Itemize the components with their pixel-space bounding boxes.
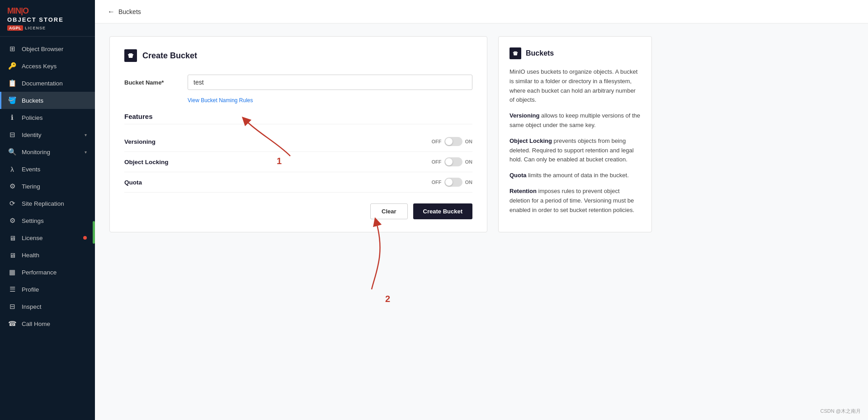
info-paragraph-1: MinIO uses buckets to organize objects. … bbox=[509, 67, 641, 105]
object-locking-toggle-group: OFF ON bbox=[432, 157, 473, 166]
sidebar-item-policies[interactable]: ℹ Policies bbox=[0, 109, 95, 126]
settings-icon: ⚙ bbox=[8, 217, 16, 225]
features-title: Features bbox=[124, 113, 472, 124]
bucket-title-icon bbox=[124, 49, 137, 62]
logo-line1: OBJECT STORE bbox=[7, 17, 88, 23]
buckets-icon: 🪣 bbox=[8, 96, 16, 104]
content-area: Create Bucket Bucket Name* View Bucket N… bbox=[95, 24, 868, 420]
watermark: CSDN @木之南月 bbox=[821, 408, 861, 415]
policies-label: Policies bbox=[22, 114, 87, 121]
form-title: Create Bucket bbox=[142, 51, 197, 61]
identity-label: Identity bbox=[22, 132, 79, 138]
info-paragraph-3: Object Locking prevents objects from bei… bbox=[509, 137, 641, 165]
feature-row-versioning: Versioning OFF ON bbox=[124, 132, 472, 152]
performance-label: Performance bbox=[22, 269, 87, 276]
sidebar-item-inspect[interactable]: ⊟ Inspect bbox=[0, 298, 95, 315]
license-badge-text: LICENSE bbox=[25, 26, 46, 30]
topbar: ← Buckets bbox=[95, 0, 868, 24]
access-keys-icon: 🔑 bbox=[8, 62, 16, 70]
sidebar-item-access-keys[interactable]: 🔑 Access Keys bbox=[0, 57, 95, 75]
monitoring-label: Monitoring bbox=[22, 149, 79, 156]
sidebar-item-events[interactable]: λ Events bbox=[0, 160, 95, 178]
sidebar-item-call-home[interactable]: ☎ Call Home bbox=[0, 315, 95, 332]
feature-row-quota: Quota OFF ON bbox=[124, 172, 472, 193]
back-arrow-icon: ← bbox=[108, 8, 115, 16]
identity-expand-icon: ▾ bbox=[85, 132, 87, 137]
object-locking-toggle[interactable] bbox=[444, 157, 462, 166]
documentation-label: Documentation bbox=[22, 80, 87, 87]
call-home-icon: ☎ bbox=[8, 320, 16, 328]
versioning-toggle[interactable] bbox=[444, 137, 462, 146]
bucket-name-row: Bucket Name* bbox=[124, 75, 472, 90]
object-locking-off-label: OFF bbox=[432, 159, 442, 165]
documentation-icon: 📋 bbox=[8, 79, 16, 87]
info-panel-title: Buckets bbox=[509, 47, 641, 59]
breadcrumb-back[interactable]: ← Buckets bbox=[108, 8, 141, 16]
sidebar-item-monitoring[interactable]: 🔍 Monitoring ▾ bbox=[0, 143, 95, 160]
bucket-name-input[interactable] bbox=[188, 75, 472, 90]
policies-icon: ℹ bbox=[8, 113, 16, 122]
site-replication-label: Site Replication bbox=[22, 200, 87, 207]
form-section: Create Bucket Bucket Name* View Bucket N… bbox=[109, 36, 652, 232]
button-row: Clear Create Bucket bbox=[124, 203, 472, 219]
performance-icon: ▦ bbox=[8, 268, 16, 276]
call-home-label: Call Home bbox=[22, 321, 87, 327]
feature-row-object-locking: Object Locking OFF ON bbox=[124, 152, 472, 172]
main-content: ← Buckets Create Bucket Bucket Name* bbox=[95, 0, 868, 420]
events-label: Events bbox=[22, 166, 87, 173]
bucket-info-icon bbox=[509, 47, 521, 59]
sidebar-item-tiering[interactable]: ⚙ Tiering bbox=[0, 178, 95, 195]
sidebar-item-site-replication[interactable]: ⟳ Site Replication bbox=[0, 195, 95, 212]
health-icon: 🖥 bbox=[8, 251, 16, 259]
sidebar-item-buckets[interactable]: 🪣 Buckets bbox=[0, 92, 95, 109]
info-paragraph-4: Quota limits the amount of data in the b… bbox=[509, 171, 641, 180]
sidebar-item-health[interactable]: 🖥 Health bbox=[0, 246, 95, 264]
tiering-label: Tiering bbox=[22, 183, 87, 190]
health-label: Health bbox=[22, 252, 87, 259]
sidebar-item-performance[interactable]: ▦ Performance bbox=[0, 264, 95, 281]
settings-label: Settings bbox=[22, 217, 87, 224]
form-card: Create Bucket Bucket Name* View Bucket N… bbox=[109, 36, 487, 232]
object-browser-icon: ⊞ bbox=[8, 45, 16, 53]
versioning-label: Versioning bbox=[124, 138, 432, 145]
monitoring-icon: 🔍 bbox=[8, 148, 16, 156]
sidebar-item-profile[interactable]: ☰ Profile bbox=[0, 281, 95, 298]
events-icon: λ bbox=[8, 165, 16, 173]
quota-toggle-group: OFF ON bbox=[432, 178, 473, 187]
sidebar-scrollbar bbox=[93, 221, 95, 244]
create-bucket-button[interactable]: Create Bucket bbox=[413, 203, 472, 219]
versioning-knob bbox=[445, 138, 453, 145]
quota-on-label: ON bbox=[465, 179, 473, 185]
sidebar-item-documentation[interactable]: 📋 Documentation bbox=[0, 75, 95, 92]
sidebar-item-license[interactable]: 🖥 License bbox=[0, 229, 95, 246]
naming-rules-link[interactable]: View Bucket Naming Rules bbox=[188, 97, 472, 104]
breadcrumb-label: Buckets bbox=[118, 8, 141, 15]
inspect-icon: ⊟ bbox=[8, 302, 16, 311]
versioning-off-label: OFF bbox=[432, 139, 442, 144]
svg-rect-0 bbox=[128, 54, 133, 55]
sidebar-item-identity[interactable]: ⊟ Identity ▾ bbox=[0, 126, 95, 143]
info-paragraph-5: Retention imposes rules to prevent objec… bbox=[509, 187, 641, 215]
sidebar-item-settings[interactable]: ⚙ Settings bbox=[0, 212, 95, 229]
inspect-label: Inspect bbox=[22, 303, 87, 310]
quota-toggle[interactable] bbox=[444, 178, 462, 187]
svg-rect-2 bbox=[513, 52, 518, 53]
form-card-title: Create Bucket bbox=[124, 49, 472, 62]
sidebar: MIN|O OBJECT STORE AGPL LICENSE ⊞ Object… bbox=[0, 0, 95, 420]
license-label: License bbox=[22, 235, 76, 241]
quota-off-label: OFF bbox=[432, 179, 442, 185]
info-panel: Buckets MinIO uses buckets to organize o… bbox=[498, 36, 652, 232]
profile-label: Profile bbox=[22, 286, 87, 293]
clear-button[interactable]: Clear bbox=[370, 203, 408, 219]
object-browser-label: Object Browser bbox=[22, 46, 87, 52]
versioning-on-label: ON bbox=[465, 139, 473, 144]
sidebar-logo: MIN|O OBJECT STORE AGPL LICENSE bbox=[0, 0, 95, 37]
object-locking-label: Object Locking bbox=[124, 159, 432, 165]
object-locking-on-label: ON bbox=[465, 159, 473, 165]
svg-rect-1 bbox=[129, 53, 132, 54]
sidebar-item-object-browser[interactable]: ⊞ Object Browser bbox=[0, 40, 95, 57]
profile-icon: ☰ bbox=[8, 285, 16, 293]
license-icon: 🖥 bbox=[8, 234, 16, 242]
site-replication-icon: ⟳ bbox=[8, 199, 16, 208]
minio-logo-icon: MIN|O bbox=[7, 6, 28, 16]
